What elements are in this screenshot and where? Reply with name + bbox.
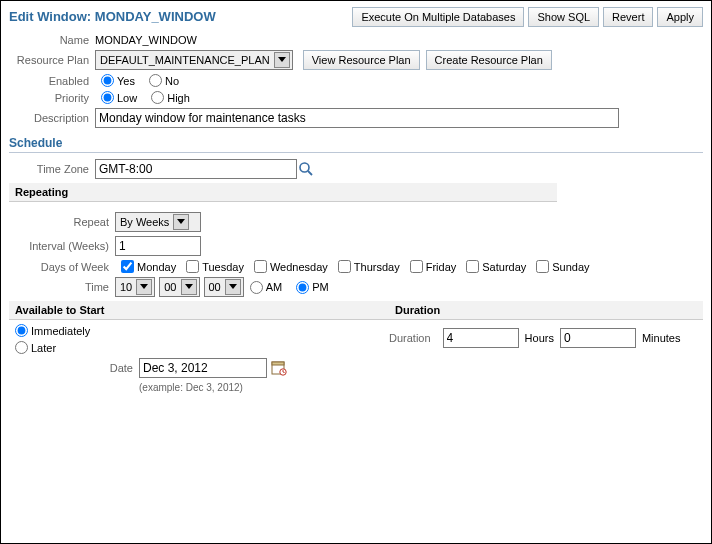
day-friday-checkbox[interactable] [410, 260, 423, 273]
time-am-label: AM [266, 281, 283, 293]
interval-label: Interval (Weeks) [9, 240, 115, 252]
resource-plan-label: Resource Plan [9, 54, 95, 66]
time-minute-value: 00 [164, 281, 176, 293]
date-label: Date [9, 362, 139, 374]
calendar-icon[interactable] [271, 360, 287, 376]
available-later-radio[interactable] [15, 341, 28, 354]
duration-minutes-input[interactable] [560, 328, 636, 348]
time-label: Time [9, 281, 115, 293]
svg-line-1 [308, 171, 312, 175]
time-second-value: 00 [209, 281, 221, 293]
svg-line-6 [283, 372, 285, 373]
day-monday-checkbox[interactable] [121, 260, 134, 273]
available-heading: Available to Start [9, 301, 389, 320]
hours-label: Hours [525, 332, 554, 344]
available-later-label: Later [31, 342, 56, 354]
timezone-label: Time Zone [9, 163, 95, 175]
date-input[interactable] [139, 358, 267, 378]
day-friday-label: Friday [426, 261, 457, 273]
priority-high-radio[interactable] [151, 91, 164, 104]
name-value: MONDAY_WINDOW [95, 34, 197, 46]
priority-label: Priority [9, 92, 95, 104]
repeat-label: Repeat [9, 216, 115, 228]
day-thursday-label: Thursday [354, 261, 400, 273]
day-sunday-checkbox[interactable] [536, 260, 549, 273]
chevron-down-icon [173, 214, 189, 230]
svg-rect-3 [272, 362, 284, 365]
time-second-select[interactable]: 00 [204, 277, 244, 297]
description-input[interactable] [95, 108, 619, 128]
time-minute-select[interactable]: 00 [159, 277, 199, 297]
description-label: Description [9, 112, 95, 124]
priority-low-radio[interactable] [101, 91, 114, 104]
date-example: (example: Dec 3, 2012) [139, 382, 389, 393]
day-monday-label: Monday [137, 261, 176, 273]
day-wednesday-label: Wednesday [270, 261, 328, 273]
duration-label: Duration [389, 332, 437, 344]
time-am-radio[interactable] [250, 281, 263, 294]
execute-multiple-db-button[interactable]: Execute On Multiple Databases [352, 7, 524, 27]
repeat-select[interactable]: By Weeks [115, 212, 201, 232]
duration-hours-input[interactable] [443, 328, 519, 348]
search-icon[interactable] [297, 160, 315, 178]
enabled-no-label: No [165, 75, 179, 87]
duration-heading: Duration [389, 301, 703, 320]
time-hour-value: 10 [120, 281, 132, 293]
time-pm-radio[interactable] [296, 281, 309, 294]
revert-button[interactable]: Revert [603, 7, 653, 27]
enabled-yes-radio[interactable] [101, 74, 114, 87]
chevron-down-icon [136, 279, 152, 295]
view-resource-plan-button[interactable]: View Resource Plan [303, 50, 420, 70]
chevron-down-icon [274, 52, 290, 68]
available-immediately-radio[interactable] [15, 324, 28, 337]
day-sunday-label: Sunday [552, 261, 589, 273]
chevron-down-icon [225, 279, 241, 295]
create-resource-plan-button[interactable]: Create Resource Plan [426, 50, 552, 70]
svg-point-0 [300, 163, 309, 172]
interval-input[interactable] [115, 236, 201, 256]
day-wednesday-checkbox[interactable] [254, 260, 267, 273]
day-tuesday-checkbox[interactable] [186, 260, 199, 273]
repeat-value: By Weeks [120, 216, 169, 228]
chevron-down-icon [181, 279, 197, 295]
time-pm-label: PM [312, 281, 329, 293]
priority-low-label: Low [117, 92, 137, 104]
repeating-heading: Repeating [9, 183, 557, 202]
enabled-label: Enabled [9, 75, 95, 87]
minutes-label: Minutes [642, 332, 681, 344]
action-bar: Execute On Multiple Databases Show SQL R… [352, 7, 703, 27]
available-immediately-label: Immediately [31, 325, 90, 337]
name-label: Name [9, 34, 95, 46]
timezone-input[interactable] [95, 159, 297, 179]
resource-plan-value: DEFAULT_MAINTENANCE_PLAN [100, 54, 270, 66]
time-hour-select[interactable]: 10 [115, 277, 155, 297]
day-saturday-label: Saturday [482, 261, 526, 273]
priority-high-label: High [167, 92, 190, 104]
page-title: Edit Window: MONDAY_WINDOW [9, 9, 216, 24]
enabled-no-radio[interactable] [149, 74, 162, 87]
resource-plan-select[interactable]: DEFAULT_MAINTENANCE_PLAN [95, 50, 293, 70]
days-label: Days of Week [9, 261, 115, 273]
apply-button[interactable]: Apply [657, 7, 703, 27]
day-saturday-checkbox[interactable] [466, 260, 479, 273]
enabled-yes-label: Yes [117, 75, 135, 87]
show-sql-button[interactable]: Show SQL [528, 7, 599, 27]
schedule-heading: Schedule [9, 136, 703, 150]
day-thursday-checkbox[interactable] [338, 260, 351, 273]
day-tuesday-label: Tuesday [202, 261, 244, 273]
